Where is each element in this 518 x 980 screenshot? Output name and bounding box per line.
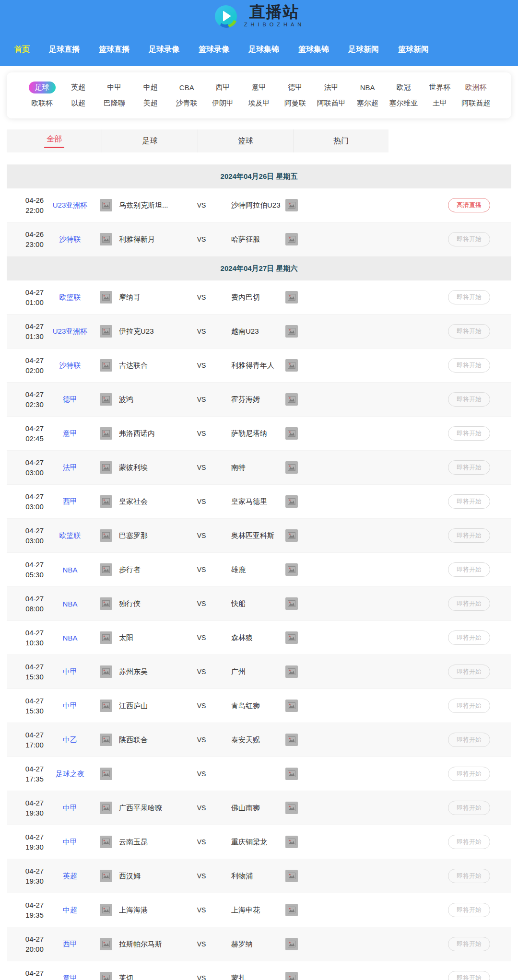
match-league-link[interactable]: 欧篮联 bbox=[50, 293, 90, 302]
filter-league-item[interactable]: 塞尔维亚 bbox=[386, 99, 422, 108]
filter-league-item[interactable]: 塞尔超 bbox=[349, 99, 385, 108]
match-status-button[interactable]: 即将开始 bbox=[448, 392, 490, 407]
filter-league-item[interactable]: 英超 bbox=[60, 83, 96, 92]
filter-league-item[interactable]: 沙青联 bbox=[169, 99, 205, 108]
match-row[interactable]: 04-27 05:30 NBA 步行者 VS 雄鹿 即将开始 bbox=[7, 553, 511, 587]
match-status-button[interactable]: 即将开始 bbox=[448, 596, 490, 611]
match-league-link[interactable]: 中甲 bbox=[50, 838, 90, 847]
match-status-button[interactable]: 即将开始 bbox=[448, 358, 490, 373]
match-status-button[interactable]: 即将开始 bbox=[448, 937, 490, 951]
filter-league-item[interactable]: 世界杯 bbox=[422, 83, 458, 92]
match-league-link[interactable]: 欧篮联 bbox=[50, 531, 90, 540]
nav-item[interactable]: 足球新闻 bbox=[348, 45, 379, 55]
filter-league-item[interactable]: 中超 bbox=[132, 83, 168, 92]
football-category-chip[interactable]: 足球 bbox=[29, 82, 56, 93]
nav-item[interactable]: 足球直播 bbox=[49, 45, 80, 55]
match-league-link[interactable]: 中乙 bbox=[50, 735, 90, 745]
match-row[interactable]: 04-26 23:00 沙特联 利雅得新月 VS 哈萨征服 即将开始 bbox=[7, 222, 511, 257]
match-row[interactable]: 04-27 02:45 意甲 弗洛西诺内 VS 萨勒尼塔纳 即将开始 bbox=[7, 417, 511, 451]
filter-league-item[interactable]: 土甲 bbox=[422, 99, 458, 108]
match-status-button[interactable]: 即将开始 bbox=[448, 290, 490, 304]
nav-item[interactable]: 足球录像 bbox=[149, 45, 179, 55]
match-league-link[interactable]: U23亚洲杯 bbox=[50, 327, 90, 336]
match-row[interactable]: 04-26 22:00 U23亚洲杯 乌兹别克斯坦... VS 沙特阿拉伯U23… bbox=[7, 188, 511, 222]
match-row[interactable]: 04-27 02:30 德甲 波鸿 VS 霍芬海姆 即将开始 bbox=[7, 383, 511, 417]
match-league-link[interactable]: NBA bbox=[50, 634, 90, 642]
match-status-button[interactable]: 即将开始 bbox=[448, 869, 490, 883]
match-league-link[interactable]: 足球之夜 bbox=[50, 770, 90, 779]
match-league-link[interactable]: 西甲 bbox=[50, 940, 90, 949]
filter-league-item[interactable]: 中甲 bbox=[96, 83, 132, 92]
match-league-link[interactable]: U23亚洲杯 bbox=[50, 201, 90, 210]
match-league-link[interactable]: 中甲 bbox=[50, 804, 90, 813]
filter-league-item[interactable]: 伊朗甲 bbox=[205, 99, 241, 108]
match-status-button[interactable]: 即将开始 bbox=[448, 460, 490, 475]
match-league-link[interactable]: 中甲 bbox=[50, 667, 90, 677]
match-filter-tab[interactable]: 全部 bbox=[7, 129, 102, 152]
filter-league-item[interactable]: 埃及甲 bbox=[241, 99, 277, 108]
match-row[interactable]: 04-27 08:00 NBA 独行侠 VS 快船 即将开始 bbox=[7, 587, 511, 621]
nav-item[interactable]: 篮球录像 bbox=[199, 45, 229, 55]
match-league-link[interactable]: 沙特联 bbox=[50, 361, 90, 370]
filter-league-item[interactable]: 法甲 bbox=[313, 83, 349, 92]
match-row[interactable]: 04-27 03:00 欧篮联 巴塞罗那 VS 奥林匹亚科斯 即将开始 bbox=[7, 519, 511, 553]
match-league-link[interactable]: NBA bbox=[50, 600, 90, 608]
match-row[interactable]: 04-27 15:30 中甲 苏州东吴 VS 广州 即将开始 bbox=[7, 655, 511, 689]
filter-league-item[interactable]: NBA bbox=[349, 83, 385, 92]
match-filter-tab[interactable]: 热门 bbox=[293, 129, 388, 152]
match-row[interactable]: 04-27 19:35 中超 上海海港 VS 上海申花 即将开始 bbox=[7, 893, 511, 927]
filter-league-item[interactable]: CBA bbox=[169, 83, 205, 92]
match-league-link[interactable]: 中甲 bbox=[50, 701, 90, 711]
match-row[interactable]: 04-27 19:30 英超 西汉姆 VS 利物浦 即将开始 bbox=[7, 859, 511, 893]
match-status-button[interactable]: 高清直播 bbox=[448, 198, 490, 212]
filter-league-item[interactable]: 西甲 bbox=[205, 83, 241, 92]
match-status-button[interactable]: 即将开始 bbox=[448, 232, 490, 246]
match-status-button[interactable]: 即将开始 bbox=[448, 903, 490, 917]
filter-league-item[interactable]: 意甲 bbox=[241, 83, 277, 92]
match-filter-tab[interactable]: 篮球 bbox=[198, 129, 293, 152]
match-status-button[interactable]: 即将开始 bbox=[448, 733, 490, 747]
nav-item[interactable]: 篮球新闻 bbox=[398, 45, 429, 55]
match-row[interactable]: 04-27 20:00 西甲 拉斯帕尔马斯 VS 赫罗纳 即将开始 bbox=[7, 927, 511, 961]
match-row[interactable]: 04-27 01:30 U23亚洲杯 伊拉克U23 VS 越南U23 即将开始 bbox=[7, 315, 511, 349]
match-row[interactable]: 04-27 19:30 中甲 广西平果哈嘹 VS 佛山南狮 即将开始 bbox=[7, 791, 511, 825]
match-status-button[interactable]: 即将开始 bbox=[448, 665, 490, 679]
nav-item[interactable]: 篮球直播 bbox=[99, 45, 130, 55]
match-league-link[interactable]: 意甲 bbox=[50, 429, 90, 438]
match-row[interactable]: 04-27 03:00 西甲 皇家社会 VS 皇家马德里 即将开始 bbox=[7, 485, 511, 519]
match-status-button[interactable]: 即将开始 bbox=[448, 528, 490, 543]
filter-league-item[interactable]: 欧洲杯 bbox=[458, 83, 494, 92]
match-league-link[interactable]: 法甲 bbox=[50, 463, 90, 472]
filter-league-item[interactable]: 欧联杯 bbox=[24, 99, 60, 108]
match-league-link[interactable]: 中超 bbox=[50, 906, 90, 915]
match-status-button[interactable]: 即将开始 bbox=[448, 699, 490, 713]
match-row[interactable]: 04-27 01:00 欧篮联 摩纳哥 VS 费内巴切 即将开始 bbox=[7, 280, 511, 315]
filter-league-item[interactable]: 美超 bbox=[132, 99, 168, 108]
match-status-button[interactable]: 即将开始 bbox=[448, 562, 490, 577]
filter-league-item[interactable]: 巴隆聯 bbox=[96, 99, 132, 108]
match-row[interactable]: 04-27 15:30 中甲 江西庐山 VS 青岛红狮 即将开始 bbox=[7, 689, 511, 723]
match-status-button[interactable]: 即将开始 bbox=[448, 767, 490, 781]
match-league-link[interactable]: 德甲 bbox=[50, 395, 90, 404]
match-row[interactable]: 04-27 02:00 沙特联 吉达联合 VS 利雅得青年人 即将开始 bbox=[7, 349, 511, 383]
match-league-link[interactable]: 西甲 bbox=[50, 497, 90, 506]
match-row[interactable]: 04-27 19:30 中甲 云南玉昆 VS 重庆铜梁龙 即将开始 bbox=[7, 825, 511, 859]
nav-item[interactable]: 首页 bbox=[14, 45, 30, 55]
filter-league-item[interactable]: 阿联酋超 bbox=[458, 99, 494, 108]
match-row[interactable]: 04-27 17:00 中乙 陕西联合 VS 泰安天贶 即将开始 bbox=[7, 723, 511, 757]
match-row[interactable]: 04-27 10:30 NBA 太阳 VS 森林狼 即将开始 bbox=[7, 621, 511, 655]
match-filter-tab[interactable]: 足球 bbox=[102, 129, 197, 152]
filter-league-item[interactable]: 阿曼联 bbox=[277, 99, 313, 108]
match-status-button[interactable]: 即将开始 bbox=[448, 971, 490, 980]
match-league-link[interactable]: 意甲 bbox=[50, 974, 90, 980]
match-status-button[interactable]: 即将开始 bbox=[448, 835, 490, 849]
match-row[interactable]: 04-27 21:00 意甲 莱切 VS 蒙扎 即将开始 bbox=[7, 961, 511, 980]
match-league-link[interactable]: 英超 bbox=[50, 872, 90, 881]
match-status-button[interactable]: 即将开始 bbox=[448, 426, 490, 441]
filter-league-item[interactable]: 阿联酋甲 bbox=[313, 99, 349, 108]
filter-league-item[interactable]: 以超 bbox=[60, 99, 96, 108]
match-league-link[interactable]: 沙特联 bbox=[50, 235, 90, 244]
nav-item[interactable]: 足球集锦 bbox=[248, 45, 279, 55]
match-status-button[interactable]: 即将开始 bbox=[448, 630, 490, 645]
match-status-button[interactable]: 即将开始 bbox=[448, 494, 490, 509]
